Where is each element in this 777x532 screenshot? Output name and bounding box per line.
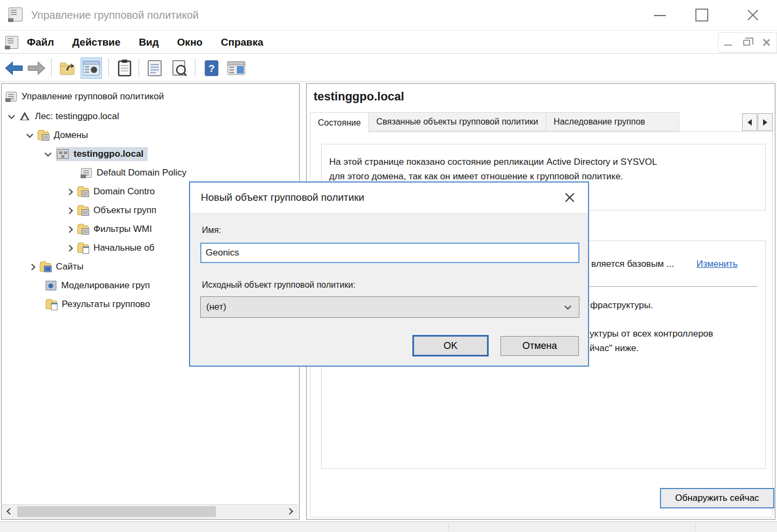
chevron-expanded-icon[interactable] [8, 112, 15, 119]
tree-item-wmi-filters[interactable]: Фильтры WMI [67, 220, 152, 238]
tree-item-sites[interactable]: Сайты [30, 258, 83, 276]
up-one-level-button[interactable] [57, 57, 78, 79]
tree-item-starter-gpos[interactable]: Начальные об [67, 239, 154, 257]
dialog-close-icon[interactable] [563, 191, 576, 204]
selected-tree-item: testinggpo.local [56, 147, 148, 161]
back-arrow-icon [5, 61, 23, 75]
status-bar [0, 521, 777, 532]
tree-item-label: Лес: testinggpo.local [35, 111, 119, 122]
properties-button[interactable] [169, 57, 190, 79]
toolbar-separator [51, 59, 52, 77]
close-button[interactable] [745, 8, 764, 24]
source-gpo-label: Исходный объект групповой политики: [202, 280, 355, 290]
scroll-right-icon[interactable] [286, 508, 293, 515]
menu-action[interactable]: Действие [71, 34, 122, 50]
detect-now-button[interactable]: Обнаружить сейчас [660, 488, 774, 508]
tree-item-domain-testinggpo[interactable]: testinggpo.local [46, 145, 148, 163]
tree-item-label: testinggpo.local [74, 149, 143, 159]
chevron-expanded-icon[interactable] [26, 131, 33, 138]
document-icon [147, 60, 162, 77]
menu-window[interactable]: Окно [176, 34, 204, 50]
tree-item-domains[interactable]: Домены [27, 126, 88, 144]
modeling-icon [46, 281, 56, 290]
clipboard-icon [118, 60, 132, 77]
toolbar-separator [195, 59, 195, 77]
dialog-titlebar: Новый объект групповой политики [190, 183, 588, 213]
change-link[interactable]: Изменить [696, 259, 738, 269]
help-button[interactable]: ? [201, 57, 222, 79]
folder-icon [77, 225, 89, 234]
menu-help[interactable]: Справка [220, 34, 264, 50]
tree-horizontal-scrollbar[interactable] [2, 504, 299, 519]
below-text-fragment: йчас" ниже. [590, 343, 639, 354]
window-panel-icon [227, 61, 245, 75]
export-list-button[interactable] [144, 57, 165, 79]
console-window-icon [83, 61, 100, 76]
gpo-icon [81, 168, 92, 178]
tab-scroll-left-button[interactable] [742, 113, 757, 131]
new-gpo-dialog: Новый объект групповой политики Имя: Исх… [189, 181, 589, 367]
paste-button[interactable] [114, 57, 135, 79]
tree-item-label: Объекты групп [93, 205, 156, 216]
chevron-expanded-icon[interactable] [45, 150, 52, 157]
tree-item-default-domain-policy[interactable]: Default Domain Policy [81, 164, 186, 182]
show-console-tree-button[interactable] [81, 57, 102, 79]
controllers-text-fragment: уктуры от всех контроллеров [590, 329, 713, 339]
chevron-collapsed-icon[interactable] [66, 245, 73, 252]
domain-icon [57, 149, 69, 159]
chevron-collapsed-icon[interactable] [66, 226, 73, 233]
minimize-icon [654, 15, 666, 16]
tab-linked-gpos[interactable]: Связанные объекты групповой политики [369, 112, 546, 132]
mdi-restore-icon[interactable] [743, 40, 750, 46]
domain-header: testinggpo.local [314, 90, 404, 104]
folder-up-icon [59, 60, 76, 77]
ok-button[interactable]: OK [412, 335, 489, 356]
tree-item-gpo-objects[interactable]: Объекты групп [67, 201, 156, 220]
folder-icon [77, 244, 89, 253]
tree-item-label: Domain Contro [93, 186, 155, 197]
menu-view[interactable]: Вид [137, 34, 159, 50]
tab-bar: Состояние Связанные объекты групповой по… [310, 112, 679, 132]
forest-icon [19, 112, 30, 121]
sites-folder-icon [40, 263, 51, 272]
folder-icon [77, 188, 89, 196]
document-search-icon [172, 60, 187, 77]
mdi-window-controls [718, 32, 777, 53]
tree-item-domain-controllers[interactable]: Domain Contro [67, 183, 155, 201]
gpo-name-input[interactable] [200, 243, 579, 263]
scrollbar-thumb[interactable] [17, 506, 216, 517]
tab-inheritance[interactable]: Наследование группов [546, 112, 679, 132]
replication-info-line1: На этой странице показано состояние репл… [329, 155, 758, 169]
triangle-right-icon [763, 119, 767, 126]
new-window-button[interactable] [226, 57, 247, 79]
forward-button[interactable] [26, 57, 47, 79]
chevron-collapsed-icon[interactable] [66, 207, 73, 214]
chevron-collapsed-icon[interactable] [28, 264, 35, 271]
tree-item-results[interactable]: Результаты группово [46, 295, 150, 314]
tree-item-label: Результаты группово [62, 299, 150, 310]
tree-item-root[interactable]: Управление групповой политикой [6, 88, 164, 106]
window-title: Управление групповой политикой [31, 9, 199, 21]
tree-item-label: Управление групповой политикой [21, 91, 164, 102]
tree-item-forest[interactable]: Лес: testinggpo.local [9, 107, 119, 126]
baseline-text-fragment: вляется базовым ... [591, 259, 674, 269]
tab-status[interactable]: Состояние [310, 112, 369, 133]
results-folder-icon [46, 301, 57, 309]
menu-file[interactable]: Файл [26, 34, 55, 50]
status-divider [448, 523, 449, 531]
maximize-button[interactable] [693, 8, 711, 24]
mdi-close-icon[interactable] [762, 38, 771, 47]
tree-item-modeling[interactable]: Моделирование груп [46, 276, 150, 295]
back-button[interactable] [3, 57, 25, 79]
gpmc-icon [6, 92, 17, 101]
source-gpo-dropdown[interactable]: (нет) [200, 296, 579, 318]
chevron-collapsed-icon[interactable] [66, 188, 73, 195]
cancel-button[interactable]: Отмена [500, 336, 579, 356]
minimize-button[interactable] [651, 8, 669, 24]
triangle-left-icon [747, 119, 752, 126]
mdi-minimize-icon[interactable] [724, 45, 732, 46]
tab-scroll-right-button[interactable] [758, 113, 773, 131]
scroll-left-icon[interactable] [6, 508, 13, 515]
menu-bar: Файл Действие Вид Окно Справка [0, 31, 777, 54]
toolbar: ? [0, 54, 777, 82]
